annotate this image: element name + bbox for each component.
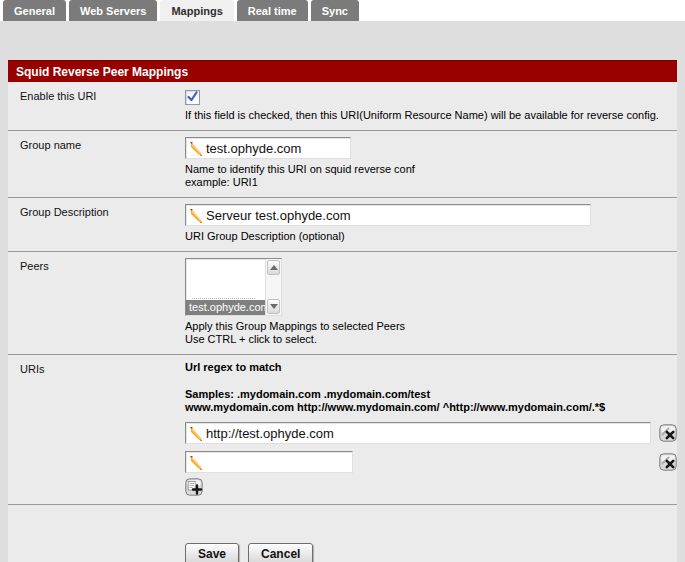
row-group-name: Group name Name to identify this URI on … [8, 131, 677, 198]
checkmark-icon [186, 90, 199, 103]
uri-entry-2 [185, 451, 677, 473]
group-description-help: URI Group Description (optional) [185, 230, 669, 243]
group-name-help2: example: URI1 [185, 176, 669, 189]
panel-title: Squid Reverse Peer Mappings [8, 60, 677, 82]
uri-2-input[interactable] [203, 453, 349, 471]
tab-sync[interactable]: Sync [311, 0, 359, 21]
row-group-description: Group Description URI Group Description … [8, 198, 677, 252]
uri-1-field-wrapper [185, 422, 651, 444]
uris-label: URIs [8, 355, 185, 504]
row-peers: Peers test.ophyde.com Apply this Group M… [8, 252, 677, 355]
enable-help-text: If this field is checked, then this URI(… [185, 109, 669, 122]
url-regex-heading: Url regex to match [185, 361, 677, 374]
samples-line1: Samples: .mydomain.com .mydomain.com/tes… [185, 388, 677, 401]
group-name-help1: Name to identify this URI on squid rever… [185, 163, 669, 176]
arrow-up-icon [270, 265, 278, 270]
uri-1-input[interactable] [203, 424, 647, 442]
form-actions: Save Cancel [8, 505, 677, 562]
tab-general[interactable]: General [3, 0, 66, 21]
pencil-icon [188, 426, 203, 441]
cancel-button[interactable]: Cancel [248, 543, 313, 562]
enable-uri-label: Enable this URI [8, 82, 185, 130]
add-uri-line [185, 478, 677, 496]
page-content: Squid Reverse Peer Mappings Enable this … [0, 21, 685, 562]
arrow-down-icon [270, 304, 278, 309]
save-button[interactable]: Save [185, 543, 239, 562]
scroll-up-button[interactable] [267, 260, 280, 275]
peers-label: Peers [8, 252, 185, 354]
panel-title-text: Squid Reverse Peer Mappings [16, 65, 188, 79]
enable-checkbox[interactable] [185, 90, 200, 105]
pencil-icon [188, 141, 203, 156]
group-name-label: Group name [8, 131, 185, 197]
uri-2-field-wrapper [185, 451, 353, 473]
scroll-track[interactable] [266, 276, 281, 298]
peers-option-ghost [192, 289, 255, 299]
tab-real-time[interactable]: Real time [237, 0, 308, 21]
peers-scrollbar [265, 259, 281, 315]
pencil-icon [188, 455, 203, 470]
delete-uri-1-button[interactable] [659, 424, 677, 442]
add-uri-button[interactable] [185, 478, 203, 496]
group-description-label: Group Description [8, 198, 185, 251]
mappings-panel: Squid Reverse Peer Mappings Enable this … [8, 60, 677, 562]
group-description-input[interactable] [203, 206, 587, 224]
tab-bar: General Web Servers Mappings Real time S… [0, 0, 685, 21]
delete-uri-2-button[interactable] [659, 453, 677, 471]
group-name-field-wrapper [185, 137, 351, 159]
peers-help2: Use CTRL + click to select. [185, 333, 669, 346]
pencil-icon [188, 208, 203, 223]
uri-entry-1 [185, 422, 677, 444]
row-uris: URIs Url regex to match Samples: .mydoma… [8, 355, 677, 505]
row-enable-uri: Enable this URI If this field is checked… [8, 82, 677, 131]
tab-mappings[interactable]: Mappings [160, 0, 233, 21]
group-name-input[interactable] [203, 139, 347, 157]
peers-option-selected[interactable]: test.ophyde.com [186, 300, 265, 315]
tab-web-servers[interactable]: Web Servers [69, 0, 157, 21]
samples-line2: www.mydomain.com http://www.mydomain.com… [185, 401, 677, 414]
peers-listbox[interactable]: test.ophyde.com [185, 258, 282, 316]
peers-options: test.ophyde.com [186, 259, 265, 315]
peers-help1: Apply this Group Mappings to selected Pe… [185, 320, 669, 333]
scroll-down-button[interactable] [267, 299, 280, 314]
group-description-field-wrapper [185, 204, 591, 226]
